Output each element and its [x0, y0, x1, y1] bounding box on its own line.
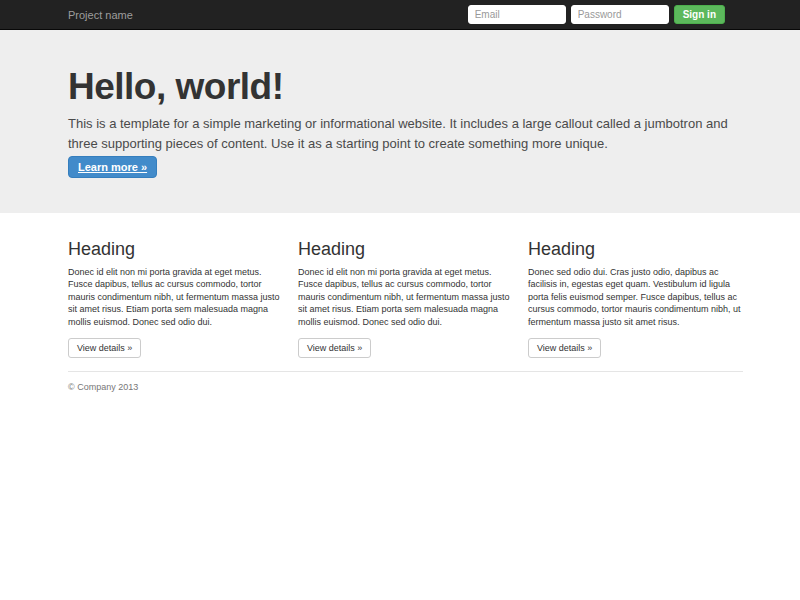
sign-in-form: Sign in: [468, 5, 725, 24]
jumbotron: Hello, world! This is a template for a s…: [0, 30, 800, 213]
learn-more-button[interactable]: Learn more »: [68, 156, 157, 178]
navbar: Project name Sign in: [0, 0, 800, 30]
marketing-columns: Heading Donec id elit non mi porta gravi…: [68, 213, 743, 358]
marketing-column-1: Heading Donec id elit non mi porta gravi…: [68, 213, 283, 358]
sign-in-button[interactable]: Sign in: [674, 5, 725, 24]
column-heading: Heading: [528, 240, 743, 260]
marketing-column-2: Heading Donec id elit non mi porta gravi…: [298, 213, 513, 358]
copyright-text: © Company 2013: [68, 382, 743, 392]
page-title: Hello, world!: [68, 67, 743, 108]
footer: © Company 2013: [68, 371, 743, 392]
column-heading: Heading: [298, 240, 513, 260]
column-heading: Heading: [68, 240, 283, 260]
marketing-column-3: Heading Donec sed odio dui. Cras justo o…: [528, 213, 743, 358]
password-field[interactable]: [571, 5, 669, 24]
view-details-button-1[interactable]: View details »: [68, 338, 141, 358]
view-details-button-3[interactable]: View details »: [528, 338, 601, 358]
jumbotron-description: This is a template for a simple marketin…: [68, 114, 740, 154]
footer-divider: [68, 371, 743, 372]
column-text: Donec id elit non mi porta gravida at eg…: [298, 266, 513, 329]
column-text: Donec id elit non mi porta gravida at eg…: [68, 266, 283, 329]
navbar-brand-link[interactable]: Project name: [68, 0, 133, 30]
view-details-button-2[interactable]: View details »: [298, 338, 371, 358]
email-field[interactable]: [468, 5, 566, 24]
column-text: Donec sed odio dui. Cras justo odio, dap…: [528, 266, 743, 329]
